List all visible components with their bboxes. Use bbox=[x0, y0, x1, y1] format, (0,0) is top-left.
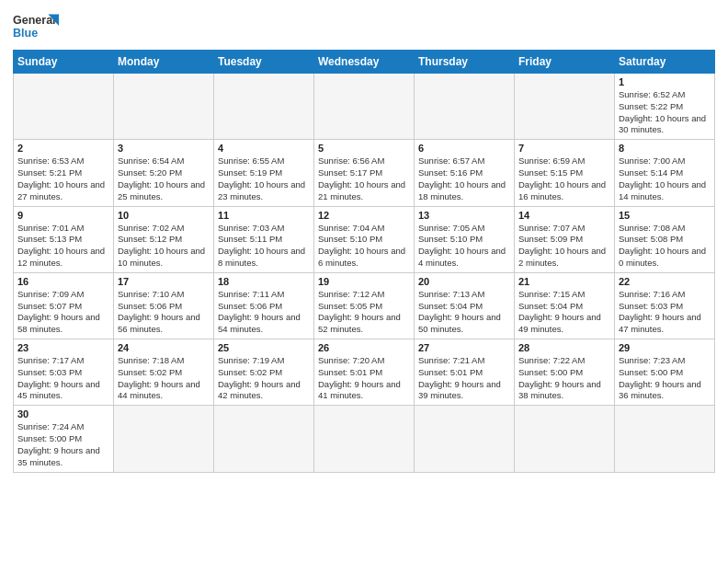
day-number: 8 bbox=[619, 143, 711, 154]
calendar-cell: 24Sunrise: 7:18 AM Sunset: 5:02 PM Dayli… bbox=[114, 339, 214, 406]
calendar-cell bbox=[214, 74, 314, 140]
calendar-cell: 26Sunrise: 7:20 AM Sunset: 5:01 PM Dayli… bbox=[314, 339, 415, 406]
day-number: 16 bbox=[17, 276, 109, 287]
calendar-cell: 30Sunrise: 7:24 AM Sunset: 5:00 PM Dayli… bbox=[14, 406, 114, 472]
day-info: Sunrise: 7:23 AM Sunset: 5:00 PM Dayligh… bbox=[619, 355, 711, 402]
calendar-cell: 18Sunrise: 7:11 AM Sunset: 5:06 PM Dayli… bbox=[214, 272, 314, 339]
day-number: 17 bbox=[118, 276, 210, 287]
day-info: Sunrise: 7:01 AM Sunset: 5:13 PM Dayligh… bbox=[17, 223, 109, 270]
calendar-table: SundayMondayTuesdayWednesdayThursdayFrid… bbox=[13, 50, 715, 473]
weekday-header-sunday: Sunday bbox=[14, 51, 114, 74]
day-number: 5 bbox=[318, 143, 410, 154]
day-info: Sunrise: 6:57 AM Sunset: 5:16 PM Dayligh… bbox=[418, 155, 510, 202]
calendar-cell: 12Sunrise: 7:04 AM Sunset: 5:10 PM Dayli… bbox=[314, 206, 415, 272]
day-info: Sunrise: 7:24 AM Sunset: 5:00 PM Dayligh… bbox=[17, 421, 109, 468]
logo: GeneralBlue bbox=[13, 9, 64, 42]
day-number: 24 bbox=[118, 342, 210, 353]
calendar-cell: 6Sunrise: 6:57 AM Sunset: 5:16 PM Daylig… bbox=[415, 140, 515, 206]
day-number: 1 bbox=[619, 76, 711, 87]
weekday-header-friday: Friday bbox=[515, 51, 615, 74]
day-number: 2 bbox=[17, 143, 109, 154]
day-number: 21 bbox=[518, 276, 610, 287]
day-number: 9 bbox=[17, 210, 109, 221]
calendar-cell: 5Sunrise: 6:56 AM Sunset: 5:17 PM Daylig… bbox=[314, 140, 415, 206]
day-number: 10 bbox=[118, 210, 210, 221]
day-number: 23 bbox=[17, 342, 109, 353]
day-number: 19 bbox=[318, 276, 410, 287]
calendar-cell bbox=[415, 74, 515, 140]
day-number: 25 bbox=[218, 342, 310, 353]
calendar-cell: 23Sunrise: 7:17 AM Sunset: 5:03 PM Dayli… bbox=[14, 339, 114, 406]
day-info: Sunrise: 7:02 AM Sunset: 5:12 PM Dayligh… bbox=[118, 223, 210, 270]
day-info: Sunrise: 7:16 AM Sunset: 5:03 PM Dayligh… bbox=[619, 289, 711, 336]
calendar-cell bbox=[515, 74, 615, 140]
calendar-cell: 4Sunrise: 6:55 AM Sunset: 5:19 PM Daylig… bbox=[214, 140, 314, 206]
page: GeneralBlue SundayMondayTuesdayWednesday… bbox=[0, 0, 728, 563]
day-info: Sunrise: 6:53 AM Sunset: 5:21 PM Dayligh… bbox=[17, 155, 109, 202]
day-info: Sunrise: 6:52 AM Sunset: 5:22 PM Dayligh… bbox=[619, 89, 711, 136]
weekday-header-tuesday: Tuesday bbox=[214, 51, 314, 74]
day-info: Sunrise: 7:15 AM Sunset: 5:04 PM Dayligh… bbox=[518, 289, 610, 336]
svg-text:General: General bbox=[13, 14, 56, 27]
calendar-cell: 16Sunrise: 7:09 AM Sunset: 5:07 PM Dayli… bbox=[14, 272, 114, 339]
day-number: 4 bbox=[218, 143, 310, 154]
calendar-cell bbox=[415, 406, 515, 472]
day-number: 13 bbox=[418, 210, 510, 221]
calendar-cell bbox=[114, 406, 214, 472]
calendar-cell: 15Sunrise: 7:08 AM Sunset: 5:08 PM Dayli… bbox=[615, 206, 715, 272]
day-number: 22 bbox=[619, 276, 711, 287]
calendar-cell: 20Sunrise: 7:13 AM Sunset: 5:04 PM Dayli… bbox=[415, 272, 515, 339]
day-number: 29 bbox=[619, 342, 711, 353]
calendar-cell: 1Sunrise: 6:52 AM Sunset: 5:22 PM Daylig… bbox=[615, 74, 715, 140]
day-info: Sunrise: 6:54 AM Sunset: 5:20 PM Dayligh… bbox=[118, 155, 210, 202]
day-info: Sunrise: 7:13 AM Sunset: 5:04 PM Dayligh… bbox=[418, 289, 510, 336]
calendar-cell: 14Sunrise: 7:07 AM Sunset: 5:09 PM Dayli… bbox=[515, 206, 615, 272]
calendar-cell: 2Sunrise: 6:53 AM Sunset: 5:21 PM Daylig… bbox=[14, 140, 114, 206]
calendar-cell: 11Sunrise: 7:03 AM Sunset: 5:11 PM Dayli… bbox=[214, 206, 314, 272]
calendar-cell: 9Sunrise: 7:01 AM Sunset: 5:13 PM Daylig… bbox=[14, 206, 114, 272]
calendar-cell: 13Sunrise: 7:05 AM Sunset: 5:10 PM Dayli… bbox=[415, 206, 515, 272]
calendar-cell bbox=[615, 406, 715, 472]
day-info: Sunrise: 7:07 AM Sunset: 5:09 PM Dayligh… bbox=[518, 223, 610, 270]
day-info: Sunrise: 7:09 AM Sunset: 5:07 PM Dayligh… bbox=[17, 289, 109, 336]
logo-icon: GeneralBlue bbox=[13, 9, 59, 42]
calendar-cell bbox=[214, 406, 314, 472]
calendar-cell: 8Sunrise: 7:00 AM Sunset: 5:14 PM Daylig… bbox=[615, 140, 715, 206]
calendar-cell bbox=[114, 74, 214, 140]
day-number: 7 bbox=[518, 143, 610, 154]
calendar-cell: 28Sunrise: 7:22 AM Sunset: 5:00 PM Dayli… bbox=[515, 339, 615, 406]
day-number: 3 bbox=[118, 143, 210, 154]
calendar-cell: 25Sunrise: 7:19 AM Sunset: 5:02 PM Dayli… bbox=[214, 339, 314, 406]
day-info: Sunrise: 7:03 AM Sunset: 5:11 PM Dayligh… bbox=[218, 223, 310, 270]
calendar-cell bbox=[14, 74, 114, 140]
calendar-cell: 10Sunrise: 7:02 AM Sunset: 5:12 PM Dayli… bbox=[114, 206, 214, 272]
day-info: Sunrise: 7:17 AM Sunset: 5:03 PM Dayligh… bbox=[17, 355, 109, 402]
day-number: 26 bbox=[318, 342, 410, 353]
day-number: 28 bbox=[518, 342, 610, 353]
day-number: 11 bbox=[218, 210, 310, 221]
calendar-cell: 7Sunrise: 6:59 AM Sunset: 5:15 PM Daylig… bbox=[515, 140, 615, 206]
weekday-header-thursday: Thursday bbox=[415, 51, 515, 74]
day-info: Sunrise: 7:08 AM Sunset: 5:08 PM Dayligh… bbox=[619, 223, 711, 270]
calendar-cell: 19Sunrise: 7:12 AM Sunset: 5:05 PM Dayli… bbox=[314, 272, 415, 339]
weekday-header-saturday: Saturday bbox=[615, 51, 715, 74]
day-number: 27 bbox=[418, 342, 510, 353]
calendar-cell: 27Sunrise: 7:21 AM Sunset: 5:01 PM Dayli… bbox=[415, 339, 515, 406]
calendar-cell: 3Sunrise: 6:54 AM Sunset: 5:20 PM Daylig… bbox=[114, 140, 214, 206]
svg-text:Blue: Blue bbox=[13, 27, 38, 40]
calendar-cell: 22Sunrise: 7:16 AM Sunset: 5:03 PM Dayli… bbox=[615, 272, 715, 339]
day-info: Sunrise: 7:00 AM Sunset: 5:14 PM Dayligh… bbox=[619, 155, 711, 202]
weekday-header-monday: Monday bbox=[114, 51, 214, 74]
day-number: 18 bbox=[218, 276, 310, 287]
calendar-cell: 21Sunrise: 7:15 AM Sunset: 5:04 PM Dayli… bbox=[515, 272, 615, 339]
day-number: 15 bbox=[619, 210, 711, 221]
day-number: 6 bbox=[418, 143, 510, 154]
weekday-header-wednesday: Wednesday bbox=[314, 51, 415, 74]
calendar-cell bbox=[314, 74, 415, 140]
day-info: Sunrise: 7:05 AM Sunset: 5:10 PM Dayligh… bbox=[418, 223, 510, 270]
day-info: Sunrise: 7:22 AM Sunset: 5:00 PM Dayligh… bbox=[518, 355, 610, 402]
day-number: 30 bbox=[17, 408, 109, 419]
day-info: Sunrise: 7:20 AM Sunset: 5:01 PM Dayligh… bbox=[318, 355, 410, 402]
day-number: 14 bbox=[518, 210, 610, 221]
day-info: Sunrise: 7:11 AM Sunset: 5:06 PM Dayligh… bbox=[218, 289, 310, 336]
